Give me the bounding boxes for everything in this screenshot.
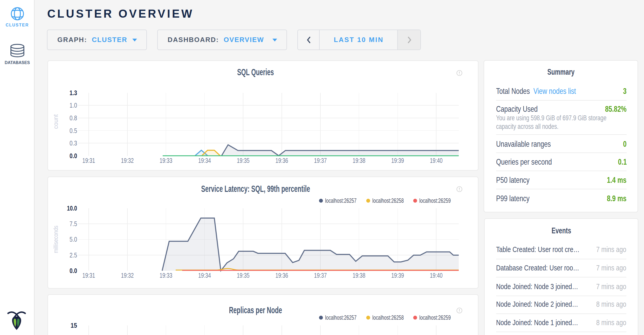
svg-text:19:38: 19:38 <box>353 272 365 279</box>
svg-text:milliseconds: milliseconds <box>52 226 59 253</box>
svg-text:count: count <box>52 114 59 129</box>
svg-text:19:35: 19:35 <box>237 157 250 164</box>
svg-text:localhost:26258: localhost:26258 <box>372 197 404 204</box>
svg-text:1.3: 1.3 <box>70 89 77 97</box>
svg-text:19:31: 19:31 <box>83 272 95 279</box>
svg-text:19:34: 19:34 <box>198 272 211 279</box>
svg-text:0.8: 0.8 <box>70 114 77 122</box>
svg-text:19:31: 19:31 <box>83 157 95 164</box>
svg-text:0.0: 0.0 <box>70 152 77 160</box>
svg-text:19:40: 19:40 <box>430 157 443 164</box>
svg-text:19:34: 19:34 <box>198 157 211 164</box>
svg-text:0.5: 0.5 <box>70 127 77 135</box>
svg-text:localhost:26257: localhost:26257 <box>325 197 357 204</box>
svg-text:19:38: 19:38 <box>353 157 365 164</box>
svg-text:19:40: 19:40 <box>430 272 443 279</box>
svg-text:19:36: 19:36 <box>276 157 288 164</box>
svg-text:19:36: 19:36 <box>276 272 288 279</box>
svg-text:10.0: 10.0 <box>67 204 77 212</box>
svg-text:19:32: 19:32 <box>121 272 134 279</box>
svg-text:19:35: 19:35 <box>237 272 250 279</box>
svg-text:0.3: 0.3 <box>70 139 77 147</box>
svg-text:localhost:26259: localhost:26259 <box>419 197 451 204</box>
svg-text:19:39: 19:39 <box>391 272 404 279</box>
svg-text:19:32: 19:32 <box>121 157 134 164</box>
svg-text:2.5: 2.5 <box>70 251 77 259</box>
svg-text:19:37: 19:37 <box>314 157 327 164</box>
svg-text:1.0: 1.0 <box>70 101 77 109</box>
svg-text:15: 15 <box>71 322 77 329</box>
svg-text:19:33: 19:33 <box>160 272 172 279</box>
svg-text:19:37: 19:37 <box>314 272 327 279</box>
svg-text:0.0: 0.0 <box>70 267 77 275</box>
svg-text:5.0: 5.0 <box>70 235 77 243</box>
svg-text:19:33: 19:33 <box>160 157 172 164</box>
svg-text:19:39: 19:39 <box>391 157 404 164</box>
svg-text:7.5: 7.5 <box>70 220 77 228</box>
